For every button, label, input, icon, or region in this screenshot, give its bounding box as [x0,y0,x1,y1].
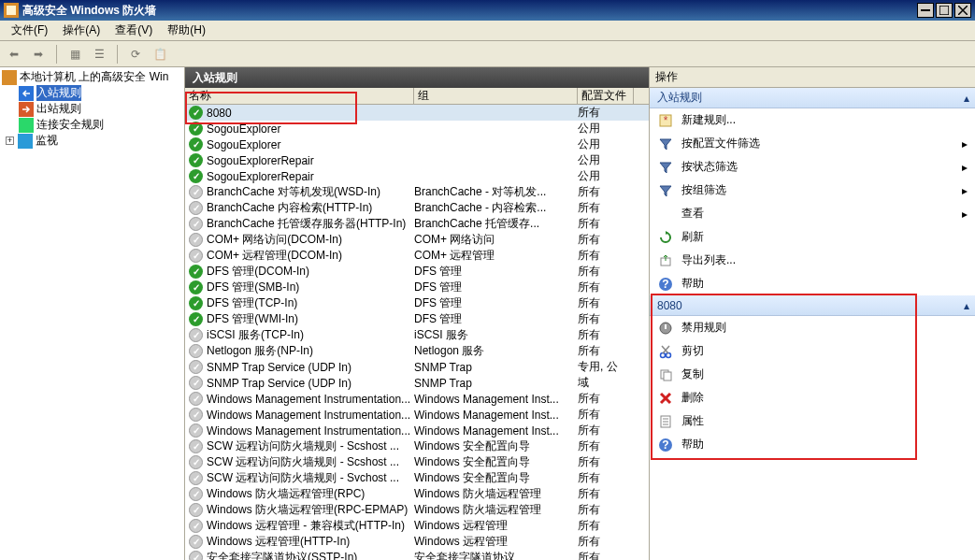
enabled-icon [189,265,203,279]
rule-name: SNMP Trap Service (UDP In) [207,377,351,390]
rule-name: BranchCache 对等机发现(WSD-In) [207,184,380,200]
submenu-arrow-icon: ▸ [962,208,968,221]
action-item[interactable]: 刷新 [650,225,975,249]
close-button[interactable] [954,3,971,18]
delete-icon [657,390,674,407]
rule-row[interactable]: Windows 远程管理 - 兼容模式(HTTP-In)Windows 远程管理… [185,518,649,534]
disabled-icon [189,487,203,501]
disable-icon [657,320,674,337]
action-item[interactable]: 查看▸ [650,202,975,225]
rule-row[interactable]: COM+ 远程管理(DCOM-In)COM+ 远程管理所有 [185,248,649,264]
disabled-icon [189,249,203,263]
rule-row[interactable]: BranchCache 托管缓存服务器(HTTP-In)BranchCache … [185,216,649,232]
action-item[interactable]: 禁用规则 [650,316,975,339]
toolbar-btn[interactable]: ☰ [89,44,109,65]
forward-button[interactable]: ➡ [28,44,49,65]
rule-profile: 公用 [578,152,634,168]
back-button[interactable]: ⬅ [4,44,24,65]
svg-rect-20 [664,372,671,381]
rule-row[interactable]: SogouExplorerRepair公用 [185,168,649,184]
col-group[interactable]: 组 [414,88,578,104]
tree-root[interactable]: 本地计算机 上的高级安全 Win [2,69,182,85]
action-item[interactable]: ?帮助 [650,272,975,295]
action-item[interactable]: 按配置文件筛选▸ [650,132,975,155]
action-section-selected[interactable]: 8080 ▴ [650,295,975,316]
rule-name: SogouExplorer [207,122,280,136]
rule-row[interactable]: DFS 管理(WMI-In)DFS 管理所有 [185,311,649,327]
disabled-icon [189,217,203,231]
rule-row[interactable]: Windows 远程管理(HTTP-In)Windows 远程管理所有 [185,534,649,550]
rule-row[interactable]: SNMP Trap Service (UDP In)SNMP Trap专用, 公 [185,359,649,375]
rule-row[interactable]: SCW 远程访问防火墙规则 - Scshost ...Windows 安全配置向… [185,454,649,470]
rule-row[interactable]: 8080所有 [185,105,649,121]
menu-action[interactable]: 操作(A) [55,21,108,40]
rule-row[interactable]: Windows 防火墙远程管理(RPC)Windows 防火墙远程管理所有 [185,486,649,502]
action-item[interactable]: *新建规则... [650,108,975,132]
rule-row[interactable]: iSCSI 服务(TCP-In)iSCSI 服务所有 [185,327,649,343]
refresh-button[interactable]: ⟳ [125,44,146,65]
rule-profile: 所有 [578,105,634,121]
action-label: 删除 [681,390,704,406]
action-item[interactable]: 属性 [650,409,975,433]
rule-row[interactable]: Windows Management Instrumentation...Win… [185,407,649,423]
collapse-icon: ▴ [964,299,969,312]
tree-item-connsec[interactable]: 连接安全规则 [2,117,182,133]
toolbar-btn[interactable]: ▦ [65,44,85,65]
tree-panel: 本地计算机 上的高级安全 Win 入站规则 出站规则 连接安全规则 + 监视 [0,67,185,560]
minimize-button[interactable] [917,3,934,18]
action-label: 刷新 [681,229,704,245]
rule-row[interactable]: SogouExplorer公用 [185,136,649,152]
rule-row[interactable]: Windows 防火墙远程管理(RPC-EPMAP)Windows 防火墙远程管… [185,502,649,518]
rule-row[interactable]: 安全套接字隧道协议(SSTP-In)安全套接字隧道协议所有 [185,550,649,560]
action-item[interactable]: 导出列表... [650,249,975,272]
action-label: 帮助 [681,437,704,452]
tree-item-monitor[interactable]: + 监视 [2,133,182,149]
toolbar-btn[interactable]: 📋 [150,44,170,65]
menu-file[interactable]: 文件(F) [4,21,55,40]
rule-profile: 所有 [578,327,634,343]
rule-row[interactable]: BranchCache 内容检索(HTTP-In)BranchCache - 内… [185,200,649,216]
rules-list[interactable]: 8080所有SogouExplorer公用SogouExplorer公用Sogo… [185,105,649,560]
action-item[interactable]: ?帮助 [650,433,975,456]
action-section-inbound[interactable]: 入站规则 ▴ [650,88,975,108]
tree-item-outbound[interactable]: 出站规则 [2,101,182,117]
maximize-button[interactable] [936,3,953,18]
rule-profile: 域 [578,375,634,391]
rule-name: SogouExplorer [207,138,280,151]
rule-group: COM+ 网络访问 [414,232,578,248]
rule-row[interactable]: Windows Management Instrumentation...Win… [185,391,649,407]
action-item[interactable]: 按组筛选▸ [650,179,975,202]
rule-row[interactable]: SCW 远程访问防火墙规则 - Scshost ...Windows 安全配置向… [185,438,649,454]
menu-help[interactable]: 帮助(H) [160,21,213,40]
rule-row[interactable]: COM+ 网络访问(DCOM-In)COM+ 网络访问所有 [185,232,649,248]
menu-view[interactable]: 查看(V) [108,21,160,40]
rule-row[interactable]: SCW 远程访问防火墙规则 - Svchost ...Windows 安全配置向… [185,470,649,486]
action-item[interactable]: 剪切 [650,339,975,363]
rule-row[interactable]: DFS 管理(TCP-In)DFS 管理所有 [185,295,649,311]
rule-row[interactable]: DFS 管理(SMB-In)DFS 管理所有 [185,280,649,295]
rule-name: BranchCache 托管缓存服务器(HTTP-In) [207,216,406,232]
svg-text:?: ? [662,438,668,452]
action-label: 按组筛选 [681,182,726,198]
rule-row[interactable]: SogouExplorer公用 [185,121,649,136]
enabled-icon [189,137,203,151]
rule-group: 安全套接字隧道协议 [414,550,578,560]
tree-item-inbound[interactable]: 入站规则 [2,85,182,101]
expand-button[interactable]: + [6,136,14,145]
col-profile[interactable]: 配置文件 [578,88,634,104]
rule-row[interactable]: BranchCache 对等机发现(WSD-In)BranchCache - 对… [185,184,649,200]
col-name[interactable]: 名称 [185,88,414,104]
rule-row[interactable]: SogouExplorerRepair公用 [185,152,649,168]
action-item[interactable]: 按状态筛选▸ [650,155,975,179]
action-item[interactable]: 删除 [650,386,975,409]
svg-text:*: * [664,114,668,127]
rule-row[interactable]: Netlogon 服务(NP-In)Netlogon 服务所有 [185,343,649,359]
rule-row[interactable]: Windows Management Instrumentation...Win… [185,423,649,438]
rule-profile: 所有 [578,550,634,560]
rule-name: Windows Management Instrumentation... [207,393,410,406]
rule-profile: 所有 [578,311,634,327]
rule-name: COM+ 网络访问(DCOM-In) [207,232,342,248]
rule-row[interactable]: DFS 管理(DCOM-In)DFS 管理所有 [185,264,649,280]
rule-row[interactable]: SNMP Trap Service (UDP In)SNMP Trap域 [185,375,649,391]
action-item[interactable]: 复制 [650,363,975,386]
